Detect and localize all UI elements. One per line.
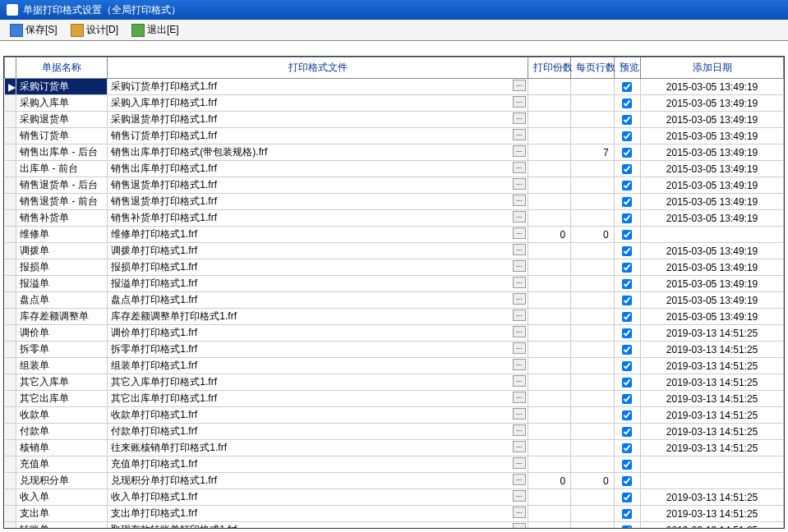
preview-checkbox[interactable] (622, 328, 632, 338)
table-row[interactable]: 拆零单拆零单打印格式1.frf···2019-03-13 14:51:25 (5, 342, 784, 358)
table-row[interactable]: 库存差额调整单库存差额调整单打印格式1.frf···2015-03-05 13:… (5, 309, 784, 325)
cell-name[interactable]: 销售补货单 (16, 210, 108, 227)
file-browse-button[interactable]: ··· (513, 523, 526, 529)
cell-file[interactable]: 往来账核销单打印格式1.frf··· (108, 440, 528, 456)
cell-copies[interactable] (528, 407, 571, 424)
file-browse-button[interactable]: ··· (513, 310, 526, 321)
file-browse-button[interactable]: ··· (513, 457, 526, 469)
cell-rows-per-page[interactable] (571, 194, 615, 210)
cell-file[interactable]: 拆零单打印格式1.frf··· (108, 342, 528, 358)
cell-rows-per-page[interactable]: 0 (571, 227, 615, 243)
cell-file[interactable]: 维修单打印格式1.frf··· (108, 227, 528, 243)
cell-preview[interactable] (614, 440, 640, 456)
cell-copies[interactable] (528, 259, 571, 276)
header-file[interactable]: 打印格式文件 (108, 57, 528, 79)
cell-file[interactable]: 采购入库单打印格式1.frf··· (108, 95, 528, 112)
preview-checkbox[interactable] (622, 427, 632, 437)
save-button[interactable]: 保存[S] (7, 21, 61, 39)
exit-button[interactable]: 退出[E] (128, 21, 182, 39)
cell-copies[interactable] (528, 440, 571, 456)
cell-file[interactable]: 采购订货单打印格式1.frf··· (108, 79, 528, 95)
cell-name[interactable]: 收款单 (16, 407, 108, 424)
table-row[interactable]: 组装单组装单打印格式1.frf···2019-03-13 14:51:25 (5, 358, 784, 374)
cell-file[interactable]: 其它入库单打印格式1.frf··· (108, 374, 528, 391)
file-browse-button[interactable]: ··· (513, 293, 526, 305)
cell-copies[interactable] (528, 177, 571, 194)
cell-name[interactable]: 采购入库单 (16, 95, 108, 112)
preview-checkbox[interactable] (622, 148, 632, 158)
cell-copies[interactable] (528, 144, 571, 161)
file-browse-button[interactable]: ··· (513, 112, 526, 124)
cell-preview[interactable] (614, 79, 640, 95)
cell-preview[interactable] (614, 210, 640, 227)
cell-preview[interactable] (614, 227, 640, 243)
cell-name[interactable]: 出库单 - 前台 (16, 161, 108, 177)
cell-rows-per-page[interactable] (571, 177, 615, 194)
table-row[interactable]: 收款单收款单打印格式1.frf···2019-03-13 14:51:25 (5, 407, 784, 424)
cell-rows-per-page[interactable] (571, 342, 615, 358)
cell-rows-per-page[interactable] (571, 292, 615, 309)
cell-name[interactable]: 调拨单 (16, 243, 108, 259)
cell-copies[interactable] (528, 194, 571, 210)
cell-copies[interactable] (528, 325, 571, 342)
cell-preview[interactable] (614, 292, 640, 309)
cell-file[interactable]: 库存差额调整单打印格式1.frf··· (108, 309, 528, 325)
table-row[interactable]: ▶采购订货单采购订货单打印格式1.frf···2015-03-05 13:49:… (5, 79, 784, 95)
header-preview[interactable]: 预览 (614, 57, 640, 79)
file-browse-button[interactable]: ··· (513, 129, 526, 140)
cell-copies[interactable] (528, 292, 571, 309)
cell-file[interactable]: 采购退货单打印格式1.frf··· (108, 112, 528, 128)
cell-file[interactable]: 销售出库单打印格式(带包装规格).frf··· (108, 144, 528, 161)
file-browse-button[interactable]: ··· (513, 244, 526, 255)
cell-preview[interactable] (614, 95, 640, 112)
cell-name[interactable]: 销售退货单 - 前台 (16, 194, 108, 210)
table-row[interactable]: 付款单付款单打印格式1.frf···2019-03-13 14:51:25 (5, 424, 784, 440)
cell-rows-per-page[interactable] (571, 522, 615, 530)
cell-file[interactable]: 销售补货单打印格式1.frf··· (108, 210, 528, 227)
file-browse-button[interactable]: ··· (513, 80, 526, 91)
preview-checkbox[interactable] (622, 312, 632, 322)
preview-checkbox[interactable] (622, 361, 632, 371)
cell-copies[interactable]: 0 (528, 473, 571, 489)
cell-rows-per-page[interactable] (571, 391, 615, 407)
cell-rows-per-page[interactable]: 0 (571, 473, 615, 489)
cell-file[interactable]: 销售出库单打印格式1.frf··· (108, 161, 528, 177)
cell-preview[interactable] (614, 358, 640, 374)
cell-name[interactable]: 支出单 (16, 506, 108, 522)
cell-name[interactable]: 维修单 (16, 227, 108, 243)
cell-file[interactable]: 收入单打印格式1.frf··· (108, 489, 528, 506)
cell-file[interactable]: 取现存款转账单打印格式1.frf··· (108, 522, 528, 530)
file-browse-button[interactable]: ··· (513, 375, 526, 387)
table-row[interactable]: 销售退货单 - 后台销售退货单打印格式1.frf···2015-03-05 13… (5, 177, 784, 194)
cell-file[interactable]: 组装单打印格式1.frf··· (108, 358, 528, 374)
header-copies[interactable]: 打印份数 (528, 57, 571, 79)
preview-checkbox[interactable] (622, 181, 632, 190)
cell-name[interactable]: 拆零单 (16, 342, 108, 358)
cell-preview[interactable] (614, 243, 640, 259)
preview-checkbox[interactable] (622, 197, 632, 207)
cell-name[interactable]: 盘点单 (16, 292, 108, 309)
table-row[interactable]: 兑现积分单兑现积分单打印格式1.frf···00 (5, 473, 784, 489)
preview-checkbox[interactable] (622, 443, 632, 453)
cell-file[interactable]: 调价单打印格式1.frf··· (108, 325, 528, 342)
design-button[interactable]: 设计[D] (67, 21, 122, 39)
preview-checkbox[interactable] (622, 378, 632, 388)
cell-copies[interactable] (528, 424, 571, 440)
cell-copies[interactable] (528, 489, 571, 506)
cell-name[interactable]: 采购订货单 (16, 79, 108, 95)
file-browse-button[interactable]: ··· (513, 145, 526, 157)
table-row[interactable]: 充值单充值单打印格式1.frf··· (5, 456, 784, 473)
preview-checkbox[interactable] (622, 525, 632, 529)
table-row[interactable]: 维修单维修单打印格式1.frf···00 (5, 227, 784, 243)
file-browse-button[interactable]: ··· (513, 342, 526, 354)
cell-copies[interactable] (528, 342, 571, 358)
cell-copies[interactable] (528, 358, 571, 374)
cell-preview[interactable] (614, 128, 640, 144)
file-browse-button[interactable]: ··· (513, 441, 526, 452)
table-row[interactable]: 其它出库单其它出库单打印格式1.frf···2019-03-13 14:51:2… (5, 391, 784, 407)
table-row[interactable]: 调价单调价单打印格式1.frf···2019-03-13 14:51:25 (5, 325, 784, 342)
preview-checkbox[interactable] (622, 82, 632, 92)
cell-file[interactable]: 付款单打印格式1.frf··· (108, 424, 528, 440)
preview-checkbox[interactable] (622, 279, 632, 289)
header-date[interactable]: 添加日期 (641, 57, 784, 79)
